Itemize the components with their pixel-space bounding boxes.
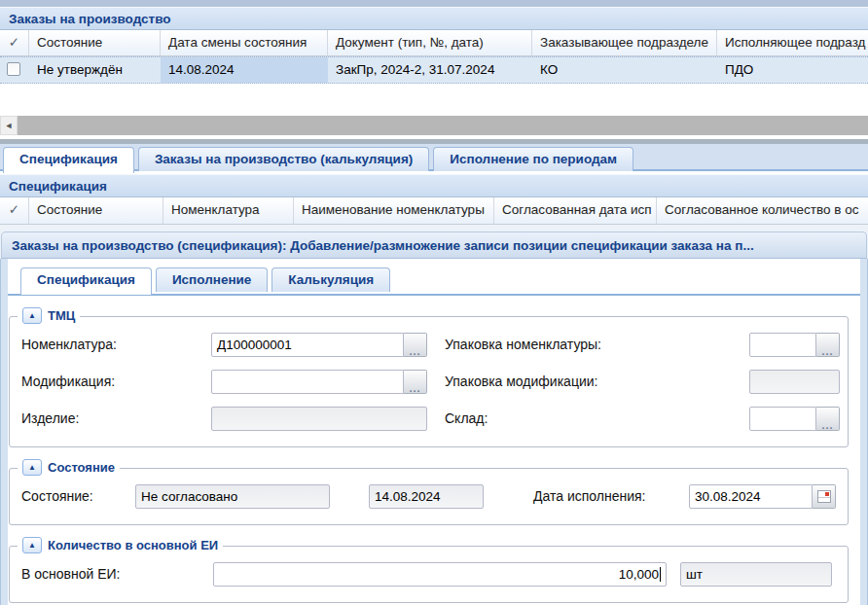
text-cursor (660, 567, 661, 582)
cell-document[interactable]: ЗакПр, 2024-2, 31.07.2024 (328, 57, 532, 83)
col-ordering-dept[interactable]: Заказывающее подразделе (532, 30, 717, 55)
state-field: Не согласовано (135, 484, 330, 509)
nomenclature-field[interactable]: Д100000001 (211, 333, 404, 357)
dialog-tab-specification[interactable]: Спецификация (20, 267, 152, 295)
warehouse-lookup-button[interactable]: ... (816, 407, 840, 431)
dialog-body: Спецификация Исполнение Калькуляция ▲ ТМ… (8, 259, 860, 605)
product-field (211, 407, 427, 431)
cell-ordering-dept[interactable]: КО (532, 57, 717, 83)
warehouse-field[interactable] (749, 407, 816, 431)
modification-field[interactable] (211, 370, 404, 394)
app-window: Заказы на производство ✓ Состояние Дата … (0, 0, 868, 605)
window-top-frame (0, 0, 868, 7)
cell-state[interactable]: Не утверждён (29, 57, 161, 83)
nomenclature-label: Номенклатура: (16, 337, 211, 352)
orders-grid-header: ✓ Состояние Дата смены состояния Докумен… (0, 30, 868, 56)
fieldset-state: ▲ Состояние Состояние: Не согласовано 14… (9, 468, 849, 525)
dialog-title[interactable]: Заказы на производство (спецификация): Д… (1, 231, 867, 259)
exec-date-field[interactable]: 30.08.2024 (689, 484, 813, 509)
qty-label: В основной ЕИ: (16, 566, 213, 582)
row-checkbox-cell[interactable] (0, 57, 29, 83)
collapse-fieldset-button[interactable]: ▲ (22, 537, 42, 553)
pack-nomenclature-lookup-button[interactable]: ... (816, 333, 840, 357)
col-executing-dept[interactable]: Исполняющее подразд (717, 30, 868, 55)
horizontal-scrollbar[interactable]: ◄ (0, 116, 868, 135)
dialog-frame: Спецификация Исполнение Калькуляция ▲ ТМ… (0, 259, 868, 605)
modification-lookup-button[interactable]: ... (404, 370, 427, 394)
check-column-icon[interactable]: ✓ (0, 30, 29, 55)
qty-field[interactable]: 10,000 (213, 562, 667, 587)
orders-table-row[interactable]: Не утверждён 14.08.2024 ЗакПр, 2024-2, 3… (0, 56, 868, 84)
col-document[interactable]: Документ (тип, №, дата) (328, 30, 532, 55)
orders-panel-title: Заказы на производство (0, 7, 868, 30)
pack-modification-label: Упаковка модификации: (427, 374, 749, 389)
check-column-icon[interactable]: ✓ (0, 197, 29, 224)
col-nomenclature[interactable]: Номенклатура (163, 197, 294, 224)
cell-state-date[interactable]: 14.08.2024 (161, 57, 328, 83)
scroll-left-icon[interactable]: ◄ (0, 116, 18, 135)
calendar-icon (817, 490, 831, 503)
col-state[interactable]: Состояние (29, 30, 161, 55)
dialog-tabbar: Спецификация Исполнение Калькуляция (8, 267, 860, 296)
pack-nomenclature-label: Упаковка номенклатуры: (427, 337, 749, 352)
collapse-icon: ▲ (28, 311, 36, 320)
warehouse-label: Склад: (427, 410, 749, 426)
pack-modification-field (749, 370, 840, 394)
fieldset-tmc: ▲ ТМЦ Номенклатура: Д100000001 ... Упако… (9, 316, 849, 447)
ellipsis-icon: ... (409, 346, 420, 356)
col-spec-state[interactable]: Состояние (29, 197, 163, 224)
col-nomenclature-name[interactable]: Наименование номенклатуры (294, 197, 494, 224)
ellipsis-icon: ... (821, 420, 833, 430)
tab-execution-by-periods[interactable]: Исполнение по периодам (433, 147, 633, 171)
collapse-icon: ▲ (28, 463, 36, 472)
fieldset-state-legend: Состояние (48, 460, 115, 475)
unit-field: шт (680, 562, 832, 587)
pack-nomenclature-field[interactable] (749, 333, 816, 357)
add-spec-record-dialog: Заказы на производство (спецификация): Д… (0, 225, 868, 605)
tab-orders-calculation[interactable]: Заказы на производство (калькуляция) (138, 147, 429, 171)
cell-executing-dept[interactable]: ПДО (717, 57, 868, 83)
tab-specification[interactable]: Спецификация (3, 147, 134, 173)
col-agreed-qty[interactable]: Согласованное количество в ос (657, 197, 868, 224)
col-agreed-date[interactable]: Согласованная дата исп (494, 197, 657, 224)
ellipsis-icon: ... (409, 383, 420, 393)
collapse-fieldset-button[interactable]: ▲ (22, 459, 42, 476)
col-state-date[interactable]: Дата смены состояния (161, 30, 328, 55)
fieldset-qty-legend: Количество в основной ЕИ (48, 538, 218, 552)
state-date-field: 14.08.2024 (369, 484, 484, 509)
main-tabbar: Спецификация Заказы на производство (кал… (0, 144, 868, 171)
collapse-fieldset-button[interactable]: ▲ (22, 307, 42, 324)
dialog-tab-execution[interactable]: Исполнение (156, 267, 268, 292)
modification-label: Модификация: (16, 374, 211, 389)
fieldset-tmc-legend: ТМЦ (48, 308, 75, 323)
qty-value: 10,000 (619, 567, 659, 582)
date-picker-button[interactable] (813, 484, 836, 509)
product-label: Изделие: (16, 410, 211, 426)
ellipsis-icon: ... (821, 346, 833, 356)
orders-grid-empty-area (0, 84, 868, 116)
spec-grid-header: ✓ Состояние Номенклатура Наименование но… (0, 197, 868, 225)
dialog-tab-calculation[interactable]: Калькуляция (271, 267, 390, 292)
scrollbar-thumb[interactable] (18, 116, 868, 135)
nomenclature-lookup-button[interactable]: ... (404, 333, 427, 357)
row-checkbox[interactable] (7, 62, 20, 76)
state-label: Состояние: (16, 488, 135, 504)
spec-panel-title: Спецификация (0, 174, 868, 197)
exec-date-label: Дата исполнения: (527, 488, 645, 504)
collapse-icon: ▲ (28, 541, 36, 550)
fieldset-qty: ▲ Количество в основной ЕИ В основной ЕИ… (9, 546, 849, 603)
